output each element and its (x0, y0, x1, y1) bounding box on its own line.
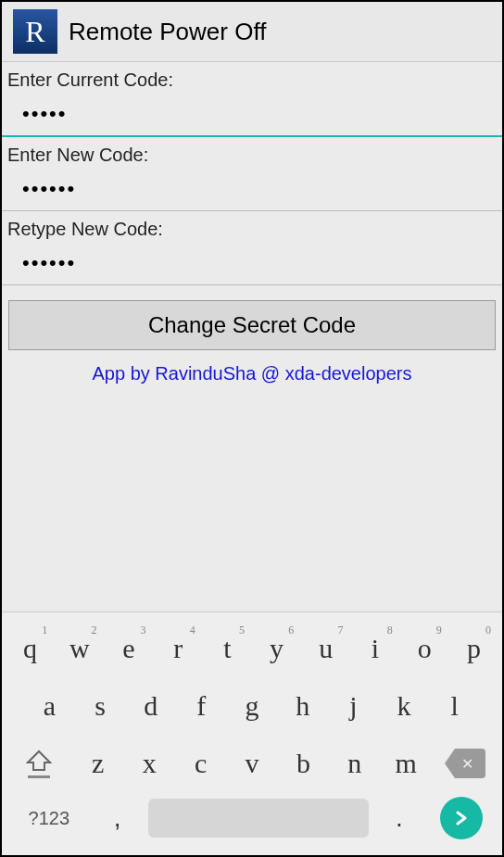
key-i[interactable]: i8 (350, 622, 399, 675)
shift-icon (26, 750, 52, 774)
key-g[interactable]: g (227, 679, 278, 733)
key-o[interactable]: o9 (400, 622, 449, 675)
key-x[interactable]: x (123, 737, 174, 790)
key-num-2: 2 (91, 624, 96, 637)
content-area: Enter Current Code: Enter New Code: Rety… (2, 62, 502, 390)
soft-keyboard: q1w2e3r4t5y6u7i8o9p0 asdfghjkl zxcvbnm ?… (2, 611, 502, 855)
key-f[interactable]: f (176, 679, 227, 733)
key-q[interactable]: q1 (6, 622, 55, 675)
enter-key[interactable] (430, 797, 493, 839)
period-key[interactable]: . (374, 794, 424, 842)
key-num-3: 3 (141, 624, 146, 637)
app-icon: R (13, 9, 57, 54)
key-p[interactable]: p0 (449, 622, 498, 675)
kb-row-1: q1w2e3r4t5y6u7i8o9p0 (6, 622, 498, 675)
key-num-6: 6 (288, 624, 294, 637)
key-l[interactable]: l (429, 679, 480, 733)
key-t[interactable]: t5 (203, 622, 252, 675)
key-a[interactable]: a (24, 679, 75, 733)
key-num-5: 5 (239, 624, 245, 637)
key-u[interactable]: u7 (301, 622, 350, 675)
input-retype-code[interactable] (2, 242, 502, 285)
key-r[interactable]: r4 (154, 622, 203, 675)
key-z[interactable]: z (72, 737, 123, 790)
key-n[interactable]: n (329, 737, 380, 790)
input-current-code[interactable] (2, 93, 502, 137)
key-e[interactable]: e3 (104, 622, 153, 675)
app-header: R Remote Power Off (2, 2, 502, 62)
app-title: Remote Power Off (69, 18, 266, 46)
label-new-code: Enter New Code: (2, 137, 502, 168)
backspace-key[interactable] (432, 749, 498, 778)
key-d[interactable]: d (125, 679, 176, 733)
key-num-8: 8 (387, 624, 393, 637)
shift-key[interactable] (6, 750, 72, 778)
input-new-code[interactable] (2, 168, 502, 211)
kb-row-3: zxcvbnm (6, 737, 498, 790)
key-m[interactable]: m (381, 737, 432, 790)
key-v[interactable]: v (226, 737, 277, 790)
key-num-0: 0 (485, 624, 491, 637)
key-y[interactable]: y6 (252, 622, 301, 675)
symbols-key[interactable]: ?123 (11, 795, 87, 842)
kb-row-4: ?123 , . (6, 794, 498, 842)
kb-row-2: asdfghjkl (6, 679, 498, 733)
backspace-icon (445, 749, 485, 778)
change-secret-code-button[interactable]: Change Secret Code (8, 300, 496, 350)
key-j[interactable]: j (328, 679, 379, 733)
key-num-4: 4 (190, 624, 195, 637)
space-key[interactable] (148, 799, 369, 838)
key-num-9: 9 (436, 624, 442, 637)
key-num-1: 1 (42, 624, 47, 637)
key-h[interactable]: h (277, 679, 328, 733)
key-w[interactable]: w2 (55, 622, 104, 675)
key-c[interactable]: c (175, 737, 226, 790)
label-retype-code: Retype New Code: (2, 211, 502, 242)
label-current-code: Enter Current Code: (2, 62, 502, 93)
key-num-7: 7 (337, 624, 343, 637)
comma-key[interactable]: , (93, 794, 143, 842)
credit-text: App by RavinduSha @ xda-developers (2, 358, 502, 390)
spacer (2, 390, 502, 611)
enter-icon (440, 797, 483, 839)
key-s[interactable]: s (75, 679, 126, 733)
key-k[interactable]: k (379, 679, 430, 733)
key-b[interactable]: b (278, 737, 329, 790)
